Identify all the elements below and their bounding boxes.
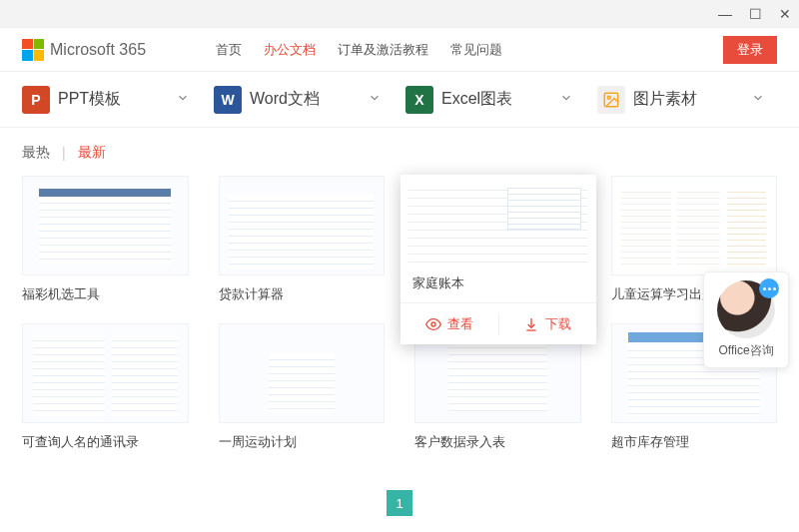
template-card[interactable]: 可查询人名的通讯录 <box>22 323 189 451</box>
separator: | <box>62 145 66 161</box>
chat-label: Office咨询 <box>712 342 780 359</box>
card-title: 贷款计算器 <box>219 285 386 303</box>
svg-point-1 <box>607 96 610 99</box>
header: Microsoft 365 首页 办公文档 订单及激活教程 常见问题 登录 <box>0 28 799 72</box>
download-icon <box>523 316 539 332</box>
category-bar: P PPT模板 W Word文档 X Excel图表 图片素材 <box>0 72 799 128</box>
template-grid: 福彩机选工具 贷款计算器 家庭账本 儿童运算学习出题 可查询人名的通讯录 一周运… <box>0 176 799 461</box>
window-titlebar: — ☐ ✕ <box>0 0 799 28</box>
thumbnail <box>219 176 386 275</box>
preview-actions: 查看 下载 <box>400 302 596 344</box>
cat-ppt[interactable]: P PPT模板 <box>16 86 208 114</box>
image-icon <box>597 86 625 114</box>
cat-img[interactable]: 图片素材 <box>591 86 783 114</box>
view-button[interactable]: 查看 <box>400 303 498 344</box>
nav-faq[interactable]: 常见问题 <box>450 41 502 59</box>
svg-point-2 <box>431 322 435 326</box>
logo: Microsoft 365 <box>22 39 146 61</box>
chat-widget[interactable]: Office咨询 <box>703 271 789 368</box>
main-nav: 首页 办公文档 订单及激活教程 常见问题 <box>216 41 502 59</box>
brand-text: Microsoft 365 <box>50 41 146 59</box>
card-title: 福彩机选工具 <box>22 285 189 303</box>
thumbnail <box>219 323 386 423</box>
page-button[interactable]: 1 <box>387 490 412 516</box>
ppt-icon: P <box>22 86 50 114</box>
card-title: 超市库存管理 <box>611 433 778 451</box>
minimize-icon[interactable]: — <box>717 6 733 22</box>
chat-bubble-icon <box>759 278 779 298</box>
filter-hot[interactable]: 最热 <box>22 144 50 162</box>
filter-new[interactable]: 最新 <box>78 144 106 162</box>
eye-icon <box>425 316 441 332</box>
preview-popover: 家庭账本 查看 下载 <box>400 175 596 344</box>
cat-excel[interactable]: X Excel图表 <box>400 86 591 114</box>
chevron-down-icon <box>368 91 382 109</box>
thumbnail <box>611 176 778 275</box>
nav-home[interactable]: 首页 <box>216 41 242 59</box>
nav-orders[interactable]: 订单及激活教程 <box>338 41 428 59</box>
excel-icon: X <box>405 86 433 114</box>
maximize-icon[interactable]: ☐ <box>747 6 763 22</box>
pagination: 1 <box>387 490 412 516</box>
card-title: 客户数据录入表 <box>414 433 581 451</box>
thumbnail <box>22 176 189 275</box>
filter-row: 最热 | 最新 <box>0 128 799 176</box>
cat-word[interactable]: W Word文档 <box>208 86 400 114</box>
template-card[interactable]: 一周运动计划 <box>219 323 386 451</box>
card-title: 一周运动计划 <box>219 433 386 451</box>
card-title: 可查询人名的通讯录 <box>22 433 189 451</box>
login-button[interactable]: 登录 <box>723 36 777 64</box>
ms-logo-icon <box>22 39 44 61</box>
preview-title: 家庭账本 <box>400 274 596 302</box>
preview-thumbnail <box>400 175 596 274</box>
download-button[interactable]: 下载 <box>499 303 597 344</box>
chevron-down-icon <box>751 91 765 109</box>
word-icon: W <box>214 86 242 114</box>
avatar <box>717 280 775 338</box>
chevron-down-icon <box>559 91 573 109</box>
nav-docs[interactable]: 办公文档 <box>264 41 316 59</box>
template-card[interactable]: 贷款计算器 <box>219 176 386 303</box>
close-icon[interactable]: ✕ <box>777 6 793 22</box>
thumbnail <box>22 323 189 423</box>
template-card[interactable]: 福彩机选工具 <box>22 176 189 303</box>
chevron-down-icon <box>176 91 190 109</box>
